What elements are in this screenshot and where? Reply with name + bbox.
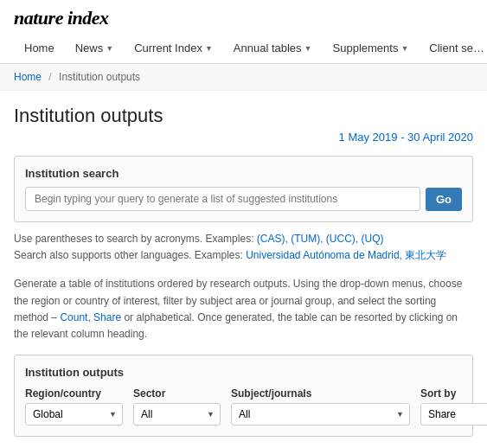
filter-sector-select[interactable]: All Government Academic Corporate Nonpro… — [133, 403, 221, 426]
main-content: Institution outputs 1 May 2019 - 30 Apri… — [0, 91, 487, 448]
hint-tum[interactable]: (TUM) — [291, 233, 320, 245]
description: Generate a table of institutions ordered… — [14, 276, 473, 342]
filter-sector-wrapper: All Government Academic Corporate Nonpro… — [133, 403, 221, 426]
filter-region-label: Region/country — [25, 387, 123, 400]
filter-region-wrapper: Global Africa Asia Europe North America … — [25, 403, 123, 426]
date-range: 1 May 2019 - 30 April 2020 — [14, 131, 473, 144]
search-box-title: Institution search — [25, 167, 462, 180]
logo: nature index — [14, 7, 473, 35]
hint-languages: Search also supports other languages. Ex… — [14, 247, 473, 264]
institution-outputs-box: Institution outputs Region/country Globa… — [14, 355, 473, 437]
filter-subject-label: Subject/journals — [231, 387, 410, 400]
nav-annual-tables[interactable]: Annual tables ▼ — [223, 35, 323, 63]
news-dropdown-icon: ▼ — [106, 44, 113, 53]
filter-subject-wrapper: All Chemistry Life Sciences Physical Sci… — [231, 403, 410, 426]
filter-sector-label: Sector — [133, 387, 221, 400]
filter-subject: Subject/journals All Chemistry Life Scie… — [231, 387, 410, 426]
filters-row: Region/country Global Africa Asia Europe… — [25, 387, 462, 426]
hint-ucc[interactable]: (UCC) — [326, 233, 356, 245]
search-hints: Use parentheses to search by acronyms. E… — [14, 231, 473, 264]
nav-news[interactable]: News ▼ — [65, 35, 124, 63]
filter-region: Region/country Global Africa Asia Europe… — [25, 387, 123, 426]
breadcrumb: Home / Institution outputs — [0, 64, 487, 91]
filter-sector: Sector All Government Academic Corporate… — [133, 387, 221, 426]
sort-count-link[interactable]: Count — [60, 311, 87, 323]
filter-region-select[interactable]: Global Africa Asia Europe North America … — [25, 403, 123, 426]
filter-sortby-select[interactable]: Share Count Alphabetical — [420, 403, 487, 426]
go-button[interactable]: Go — [426, 188, 462, 211]
breadcrumb-current: Institution outputs — [59, 71, 140, 83]
filter-sortby-label: Sort by — [420, 387, 487, 400]
filter-subject-select[interactable]: All Chemistry Life Sciences Physical Sci… — [231, 403, 410, 426]
search-row: Go — [25, 187, 462, 211]
sort-share-link[interactable]: Share — [93, 311, 121, 323]
hint-madrid[interactable]: Universidad Autónoma de Madrid — [246, 249, 399, 261]
nav-home[interactable]: Home — [14, 35, 65, 63]
filter-sortby: Sort by Share Count Alphabetical — [420, 387, 487, 426]
hint-cas[interactable]: (CAS) — [257, 233, 285, 245]
nav-supplements[interactable]: Supplements ▼ — [323, 35, 420, 63]
annual-tables-dropdown-icon: ▼ — [304, 44, 312, 53]
page-title: Institution outputs — [14, 105, 473, 127]
hint-tohoku[interactable]: 東北大学 — [405, 249, 446, 261]
search-input[interactable] — [25, 187, 420, 211]
header: nature index Home News ▼ Current Index ▼… — [0, 0, 487, 64]
current-index-dropdown-icon: ▼ — [205, 44, 213, 53]
nav-client-services[interactable]: Client se… — [419, 35, 487, 63]
outputs-box-title: Institution outputs — [25, 366, 462, 379]
institution-search-box: Institution search Go — [14, 156, 473, 222]
hint-uq[interactable]: (UQ) — [361, 233, 383, 245]
nav-current-index[interactable]: Current Index ▼ — [124, 35, 223, 63]
filter-sortby-wrapper: Share Count Alphabetical — [420, 403, 487, 426]
hint-acronyms: Use parentheses to search by acronyms. E… — [14, 231, 473, 247]
breadcrumb-separator: / — [48, 71, 51, 83]
supplements-dropdown-icon: ▼ — [400, 44, 408, 53]
breadcrumb-home-link[interactable]: Home — [14, 71, 42, 83]
main-nav: Home News ▼ Current Index ▼ Annual table… — [14, 35, 473, 63]
